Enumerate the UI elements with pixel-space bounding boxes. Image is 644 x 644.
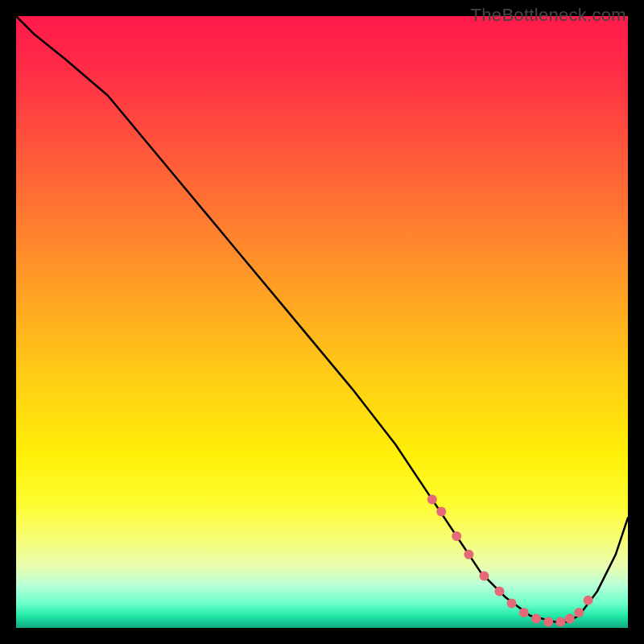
highlight-dot (543, 617, 553, 626)
highlight-dot (584, 596, 593, 605)
highlight-dot (464, 550, 473, 559)
highlight-dot (574, 608, 584, 617)
watermark-label: TheBottleneck.com (471, 5, 626, 26)
highlight-dot (427, 494, 437, 504)
highlight-dot (494, 586, 504, 596)
highlight-dot (555, 617, 565, 626)
highlight-dot (531, 614, 541, 624)
highlight-dot (507, 599, 517, 609)
highlight-dot (565, 614, 575, 624)
highlight-dot (479, 571, 489, 580)
highlight-dot (519, 608, 529, 617)
chart-container: TheBottleneck.com (0, 0, 644, 644)
highlight-dots-group (427, 494, 593, 626)
bottleneck-curve (16, 16, 628, 621)
chart-svg (16, 16, 628, 628)
highlight-dot (452, 531, 461, 541)
highlight-dot (436, 507, 446, 517)
